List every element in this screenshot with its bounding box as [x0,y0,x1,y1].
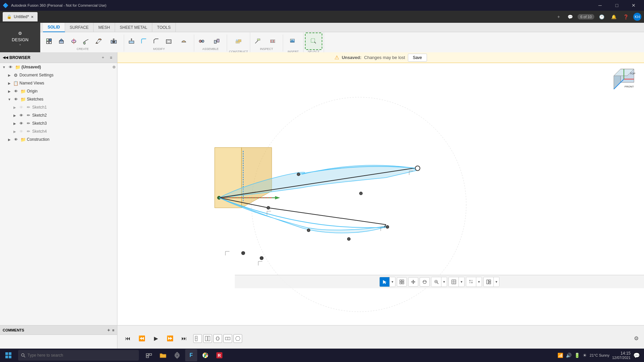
design-button[interactable]: ⚙ DESIGN ▼ [0,23,40,54]
grid-button[interactable] [466,277,476,287]
press-pull-button[interactable] [125,35,138,47]
comments-add-button[interactable]: ＋ [106,327,111,333]
new-component-button[interactable] [43,35,55,47]
sweep-button[interactable] [80,35,92,47]
sketch2-eye-icon[interactable]: 👁 [18,112,24,118]
ctrl-pt-6[interactable] [386,226,389,229]
named-views-expand-icon[interactable]: ▶ [7,81,12,85]
sketch4-expand-icon[interactable]: ▶ [12,130,17,133]
sketches-eye-icon[interactable]: 👁 [13,96,19,102]
collapse-browser-button[interactable]: ◀◀ [3,55,8,60]
tab-surface[interactable]: SURFACE [65,23,94,32]
comment-icon[interactable]: 💬 [566,13,575,21]
tree-item-sketch4[interactable]: ▶ 👁 ✏ Sketch4 [0,127,117,135]
construct-main-button[interactable] [228,33,249,50]
taskbar-chrome[interactable] [199,349,211,361]
taskbar-file-explorer[interactable] [157,349,169,361]
grid-dropdown-button[interactable]: ▼ [476,277,482,287]
sketch2-expand-icon[interactable]: ▶ [12,114,17,117]
construction-expand-icon[interactable]: ▶ [7,138,12,141]
display-dropdown-button[interactable]: ▼ [459,277,464,287]
sketch3-expand-icon[interactable]: ▶ [12,122,17,125]
grid-visibility-button[interactable] [397,277,407,287]
extrude-button[interactable] [55,35,67,47]
sketch1-expand-icon[interactable]: ▶ [12,106,17,109]
sketch3-eye-icon[interactable]: 👁 [18,120,24,126]
sketches-expand-icon[interactable]: ▼ [7,98,12,101]
view-cube[interactable]: TOP FRONT [610,66,637,93]
battery-icon[interactable]: 🔋 [574,353,580,358]
search-bar[interactable] [18,350,139,361]
network-icon[interactable]: 📶 [557,353,563,358]
root-options-icon[interactable]: ⚙ [112,65,116,69]
tree-item-origin[interactable]: ▶ 👁 📁 Origin [0,87,117,95]
tree-item-named-views[interactable]: ▶ 📋 Named Views [0,79,117,87]
dropdown-arrow-button[interactable]: ▼ [390,277,395,287]
ctrl-pt-5[interactable] [347,238,351,241]
ctrl-pt-4[interactable] [307,229,310,232]
select-button[interactable] [305,33,322,50]
close-button[interactable]: ✕ [626,0,641,11]
taskbar-task-view[interactable] [143,349,155,361]
layout-dropdown-button[interactable]: ▼ [494,277,499,287]
measure-button[interactable] [252,35,264,47]
anim-next-button[interactable]: ⏩ [165,334,175,344]
fillet-button[interactable] [138,35,150,47]
timeline-track-3[interactable] [213,334,222,343]
add-tab-button[interactable]: ＋ [554,12,563,21]
user-avatar[interactable]: KH [633,13,641,21]
timeline-track-2[interactable] [203,334,212,343]
browser-options-button[interactable]: ≡ [108,54,114,61]
insert-image-button[interactable] [284,33,302,50]
origin-expand-icon[interactable]: ▶ [7,89,12,93]
tree-item-sketch2[interactable]: ▶ 👁 ✏ Sketch2 [0,111,117,119]
start-button[interactable] [0,349,17,362]
endpoint-top[interactable] [415,166,420,171]
taskbar-app-r[interactable]: R [213,349,225,361]
root-tree-item[interactable]: ▼ 👁 📁 (Unsaved) ⚙ [0,63,117,71]
tree-item-doc-settings[interactable]: ▶ ⚙ Document Settings [0,71,117,79]
zoom-button[interactable] [431,277,441,287]
ctrl-pt-1[interactable] [297,173,300,176]
pan-button[interactable] [408,277,418,287]
modify-more-button[interactable] [175,35,193,47]
tab-tools[interactable]: TOOLS [152,23,175,32]
search-input[interactable] [28,353,136,358]
timeline-track-4[interactable] [223,334,232,343]
tab-sheet-metal[interactable]: SHEET METAL [115,23,152,32]
origin-eye-icon[interactable]: 👁 [13,88,19,94]
save-button[interactable]: Save [408,54,427,62]
system-clock[interactable]: 14:15 12/07/2021 [612,351,631,360]
ctrl-pt-3[interactable] [267,206,270,209]
root-expand-icon[interactable]: ▼ [1,65,7,69]
trailing-pt-2[interactable] [260,256,263,260]
tree-item-sketch3[interactable]: ▶ 👁 ✏ Sketch3 [0,119,117,127]
clock-icon[interactable]: 🕐 [597,13,606,21]
viewport-layout-button[interactable] [484,277,494,287]
anim-prev-button[interactable]: ⏪ [137,334,147,344]
create-more-button[interactable] [105,35,122,47]
assemble-more-button[interactable] [208,35,225,47]
active-tab[interactable]: 🔒 Untitled* ✕ [3,12,38,21]
timeline-track-1[interactable] [193,334,202,343]
revolve-button[interactable] [68,35,80,47]
zoom-dropdown-button[interactable]: ▼ [441,277,447,287]
notification-button[interactable]: 💬 [633,352,640,359]
taskbar-settings[interactable] [171,349,183,361]
anim-end-button[interactable]: ⏭ [179,334,189,344]
anim-play-button[interactable]: ▶ [151,334,161,344]
construction-eye-icon[interactable]: 👁 [13,136,19,142]
browser-add-button[interactable]: ＋ [100,54,106,61]
maximize-button[interactable]: □ [609,0,625,11]
timeline-settings-button[interactable]: ⚙ [634,335,639,342]
sketch1-eye-icon[interactable]: 👁 [18,104,24,110]
cursor-mode-button[interactable] [380,277,390,287]
minimize-button[interactable]: ─ [592,0,608,11]
taskbar-fusion360[interactable]: F [185,349,197,361]
tree-item-sketches[interactable]: ▼ 👁 📁 Sketches [0,95,117,103]
chamfer-button[interactable] [150,35,162,47]
bell-icon[interactable]: 🔔 [609,13,619,21]
orbit-button[interactable] [420,277,430,287]
trailing-pt-1[interactable] [241,251,245,255]
viewport[interactable]: ⚠ Unsaved: Changes may be lost Save [117,52,644,325]
